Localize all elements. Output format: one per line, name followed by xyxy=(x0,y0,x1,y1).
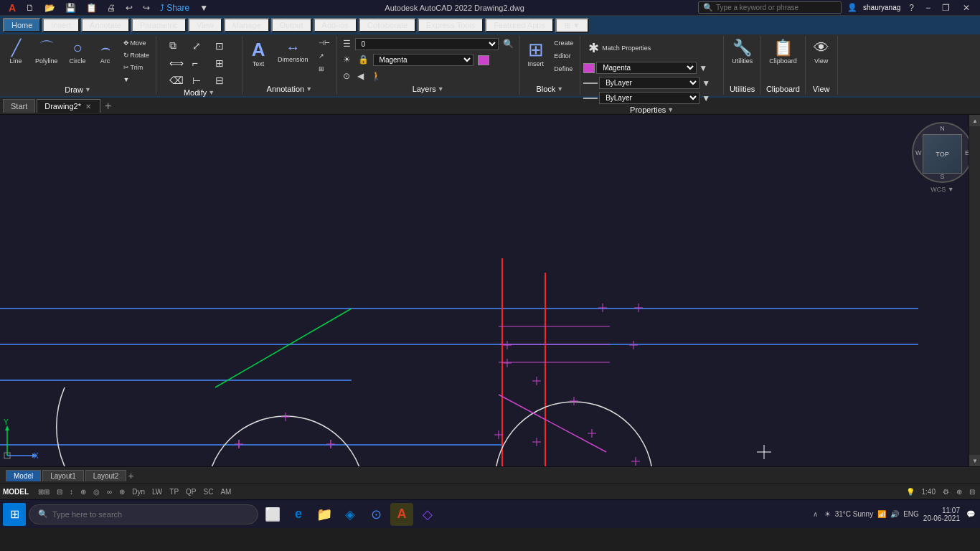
lw-btn[interactable]: LW xyxy=(150,488,164,496)
layout-add-btn[interactable]: + xyxy=(128,470,133,481)
prop-linetype-more-2[interactable]: ▼ xyxy=(701,93,711,104)
polar-btn[interactable]: ⊕ xyxy=(78,488,88,496)
menu-expresstools[interactable]: Express Tools xyxy=(418,18,484,32)
menu-annotate[interactable]: Annotate xyxy=(81,18,130,32)
layout-tab-model[interactable]: Model xyxy=(6,470,41,481)
am-btn[interactable]: AM xyxy=(218,488,233,496)
quick-access-saveas[interactable]: 📋 xyxy=(83,3,100,13)
tp-btn[interactable]: TP xyxy=(167,488,181,496)
close-btn[interactable]: ✕ xyxy=(958,3,974,13)
tool-scale[interactable]: ⊡ xyxy=(212,37,233,54)
tool-arc[interactable]: ⌢ Arc xyxy=(93,37,118,67)
tool-more-draw[interactable]: ▼ xyxy=(120,74,154,85)
menu-extra[interactable]: ⊞ ▼ xyxy=(555,18,589,33)
viewport[interactable]: [-][Top][2D Wireframe] xyxy=(0,115,980,466)
tool-table[interactable]: ⊞ xyxy=(315,63,334,75)
quick-access-share[interactable]: ⤴ Share xyxy=(157,3,192,13)
color-picker-btn[interactable] xyxy=(475,53,492,67)
snap-btn[interactable]: ⊟ xyxy=(55,488,65,496)
search-box[interactable]: 🔍 xyxy=(29,504,258,524)
doc-tab-drawing2[interactable]: Drawing2* ✕ xyxy=(37,99,100,113)
dyn-btn[interactable]: Dyn xyxy=(130,488,147,496)
quick-access-undo[interactable]: ↩ xyxy=(123,3,136,13)
tool-text[interactable]: A Text xyxy=(245,37,271,70)
tool-leader[interactable]: ↗ xyxy=(315,50,334,62)
taskbar-autocad[interactable]: A xyxy=(390,503,413,526)
modify-dropdown-btn[interactable]: ▼ xyxy=(208,89,215,96)
workspace-btn[interactable]: ⊕ xyxy=(954,488,964,496)
quick-access-save[interactable]: 💾 xyxy=(62,3,79,13)
layer-dropdown[interactable]: 0 xyxy=(355,38,499,50)
annotation-dropdown-btn[interactable]: ▼ xyxy=(306,85,312,93)
color-dropdown[interactable]: Magenta ByLayer xyxy=(373,54,473,66)
prop-linetype-dropdown-2[interactable]: ByLayer xyxy=(599,92,699,104)
menu-manage[interactable]: Manage xyxy=(224,18,270,32)
taskbar-vscode[interactable]: ◈ xyxy=(339,503,362,526)
right-scrollbar[interactable]: ▲ ▼ xyxy=(969,115,980,466)
qp-btn[interactable]: QP xyxy=(184,488,198,496)
tool-insert[interactable]: ⊞ Insert xyxy=(523,37,550,70)
restore-btn[interactable]: ❐ xyxy=(939,3,953,13)
layer-prev-btn[interactable]: ◀ xyxy=(354,70,367,83)
layout-tab-layout1[interactable]: Layout1 xyxy=(42,470,84,481)
menu-output[interactable]: Output xyxy=(271,18,312,32)
menu-collaborate[interactable]: Collaborate xyxy=(359,18,416,32)
settings-btn[interactable]: ⚙ xyxy=(941,488,951,496)
tool-polyline[interactable]: ⌒ Polyline xyxy=(30,37,63,67)
block-dropdown-btn[interactable]: ▼ xyxy=(557,85,563,93)
start-button[interactable]: ⊞ xyxy=(3,503,26,526)
scroll-down-btn[interactable]: ▼ xyxy=(969,455,980,466)
layout-tab-layout2[interactable]: Layout2 xyxy=(85,470,127,481)
scroll-up-btn[interactable]: ▲ xyxy=(969,115,980,126)
viewcube-box[interactable]: TOP xyxy=(923,134,962,174)
otrack-btn[interactable]: ∞ xyxy=(105,488,114,496)
layer-search-btn[interactable]: 🔍 xyxy=(500,37,517,50)
taskbar-explorer[interactable]: 📁 xyxy=(313,503,336,526)
tool-offset[interactable]: ⊟ xyxy=(212,72,233,88)
tool-erase[interactable]: ⌫ xyxy=(166,72,187,88)
isolate-btn[interactable]: 💡 xyxy=(904,488,917,496)
properties-dropdown-btn[interactable]: ▼ xyxy=(667,106,674,113)
taskbar-app7[interactable]: ◇ xyxy=(416,503,439,526)
ribbon-search-input[interactable] xyxy=(716,4,837,11)
tool-dimension[interactable]: ↔ Dimension xyxy=(273,37,314,66)
cad-canvas[interactable]: X Y xyxy=(0,115,980,466)
quick-access-dropdown[interactable]: ▼ xyxy=(197,3,211,13)
menu-featuredapps[interactable]: Featured Apps xyxy=(485,18,554,32)
quick-access-print[interactable]: 🖨 xyxy=(104,3,118,13)
layer-lock-btn[interactable]: 🔒 xyxy=(355,53,372,66)
tool-utilities[interactable]: 🔧 Utilities xyxy=(727,37,758,67)
layers-dropdown-btn[interactable]: ▼ xyxy=(438,85,444,93)
search-input[interactable] xyxy=(52,510,249,519)
taskbar-chrome[interactable]: ⊙ xyxy=(364,503,387,526)
doc-tab-start[interactable]: Start xyxy=(3,99,35,113)
minimize-btn[interactable]: − xyxy=(923,3,933,13)
quick-access-new[interactable]: 🗋 xyxy=(23,3,37,13)
notification-btn[interactable]: 💬 xyxy=(964,510,977,518)
tool-array[interactable]: ⊞ xyxy=(212,55,233,71)
sys-tray-expand[interactable]: ∧ xyxy=(811,510,820,518)
tool-clipboard[interactable]: 📋 Clipboard xyxy=(764,37,802,67)
wcs-label[interactable]: WCS ▼ xyxy=(912,186,973,193)
tool-mirror[interactable]: ⟺ xyxy=(166,55,187,71)
tool-editor[interactable]: Editor xyxy=(550,50,577,62)
snap-grid-btn[interactable]: ⊞⊞ xyxy=(36,488,52,496)
ortho-btn[interactable]: ↕ xyxy=(67,488,75,496)
draw-dropdown-btn[interactable]: ▼ xyxy=(85,86,91,93)
ducs-btn[interactable]: ⊕ xyxy=(117,488,127,496)
tool-create-block[interactable]: Create xyxy=(550,37,577,49)
tool-linear[interactable]: ⊣⊢ xyxy=(315,37,334,49)
taskbar-edge[interactable]: e xyxy=(287,503,310,526)
quick-access-redo[interactable]: ↪ xyxy=(140,3,153,13)
tool-fillet[interactable]: ⌐ xyxy=(189,55,210,71)
tool-rotate[interactable]: ↻ Rotate xyxy=(120,50,154,61)
prop-linetype-more-1[interactable]: ▼ xyxy=(701,77,711,89)
prop-linetype-dropdown-1[interactable]: ByLayer xyxy=(599,77,699,89)
tool-copy[interactable]: ⧉ xyxy=(166,37,187,54)
doc-tab-close-btn[interactable]: ✕ xyxy=(84,103,93,110)
menu-view[interactable]: View xyxy=(188,18,222,32)
sc-btn[interactable]: SC xyxy=(202,488,216,496)
menu-insert[interactable]: Insert xyxy=(42,18,80,32)
zoom-btn[interactable]: 1:40 xyxy=(920,488,938,496)
menu-parametric[interactable]: Parametric xyxy=(131,18,187,32)
